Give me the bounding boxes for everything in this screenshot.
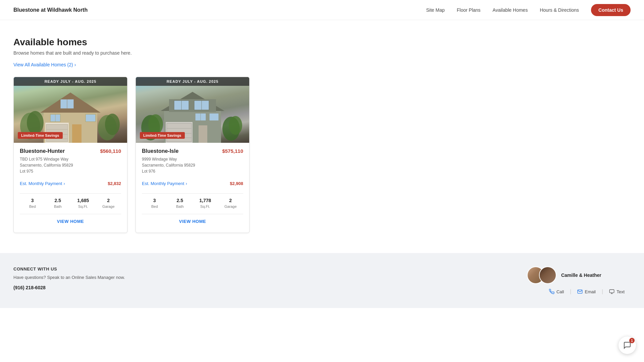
nav-links: Site Map Floor Plans Available Homes Hou…	[426, 4, 631, 16]
agent-avatars	[527, 266, 556, 284]
email-action[interactable]: Email	[577, 289, 602, 294]
svg-point-18	[148, 114, 163, 134]
home-address-hunter: TBD Lot 975 Windage Way Sacramento, Cali…	[20, 156, 121, 174]
ready-banner-isle: READY JULY - AUG. 2025	[136, 77, 249, 86]
contact-us-button[interactable]: Contact Us	[591, 4, 631, 16]
home-name-isle: Bluestone-Isle	[142, 148, 178, 154]
ready-banner-hunter: READY JULY - AUG. 2025	[14, 77, 127, 86]
home-price-isle: $575,110	[222, 148, 243, 154]
spec-bed-hunter: 3 Bed	[20, 198, 45, 209]
spec-bed-isle: 3 Bed	[142, 198, 167, 209]
page-subtitle: Browse homes that are built and ready to…	[13, 50, 309, 56]
brand-name: Bluestone at Wildhawk North	[13, 7, 88, 13]
nav-available-homes[interactable]: Available Homes	[493, 7, 528, 13]
main-content: Available homes Browse homes that are bu…	[0, 20, 322, 253]
home-address-isle: 9999 Windage Way Sacramento, California …	[142, 156, 243, 174]
svg-point-3	[105, 114, 120, 135]
footer-desc: Have questions? Speak to an Online Sales…	[13, 275, 125, 280]
savings-badge-hunter: Limited-Time Savings	[18, 132, 63, 139]
view-all-link[interactable]: View All Available Homes (2) ›	[13, 62, 76, 67]
agent-row: Camille & Heather	[527, 266, 601, 284]
spec-garage-isle: 2 Garage	[218, 198, 244, 209]
nav-floor-plans[interactable]: Floor Plans	[457, 7, 481, 13]
card-divider-isle	[142, 193, 243, 194]
text-icon	[609, 289, 614, 294]
card-payment-isle: Est. Monthly Payment › $2,908	[142, 178, 243, 189]
spec-sqft-isle: 1,778 Sq.Ft.	[193, 198, 218, 209]
separator-1: |	[570, 289, 571, 295]
view-home-button-hunter[interactable]: VIEW HOME	[20, 214, 121, 229]
separator-2: |	[602, 289, 603, 295]
savings-badge-isle: Limited-Time Savings	[140, 132, 185, 139]
svg-rect-29	[199, 125, 207, 143]
svg-rect-14	[86, 114, 96, 122]
chevron-right-icon: ›	[74, 62, 76, 67]
card-image-wrapper-isle: READY JULY - AUG. 2025 Limited-Time Savi…	[136, 77, 249, 143]
est-payment-link-isle[interactable]: Est. Monthly Payment ›	[142, 181, 187, 186]
home-card-hunter: READY JULY - AUG. 2025 Limited-Time Savi…	[13, 77, 127, 233]
nav-hours-directions[interactable]: Hours & Directions	[540, 7, 579, 13]
view-home-button-isle[interactable]: VIEW HOME	[142, 214, 243, 229]
spec-sqft-hunter: 1,685 Sq.Ft.	[70, 198, 96, 209]
svg-point-1	[27, 111, 44, 134]
contact-actions: Call | Email | Text	[549, 289, 631, 295]
text-action[interactable]: Text	[609, 289, 631, 294]
connect-title: CONNECT WITH US	[13, 266, 125, 272]
home-price-hunter: $560,110	[100, 148, 121, 154]
payment-amount-hunter: $2,832	[108, 181, 121, 186]
chevron-right-icon: ›	[63, 181, 65, 186]
footer-phone[interactable]: (916) 218-6028	[13, 285, 46, 290]
payment-amount-isle: $2,908	[230, 181, 243, 186]
card-divider-hunter	[20, 193, 121, 194]
svg-rect-37	[609, 290, 614, 293]
call-action[interactable]: Call	[549, 289, 570, 294]
card-image-wrapper-hunter: READY JULY - AUG. 2025 Limited-Time Savi…	[14, 77, 127, 143]
avatar-heather	[539, 266, 556, 284]
spec-bath-isle: 2.5 Bath	[167, 198, 193, 209]
agent-name: Camille & Heather	[561, 273, 601, 278]
svg-point-20	[229, 116, 242, 135]
home-card-isle: READY JULY - AUG. 2025 Limited-Time Savi…	[136, 77, 250, 233]
footer: CONNECT WITH US Have questions? Speak to…	[0, 253, 644, 308]
card-body-hunter: Bluestone-Hunter $560,110 TBD Lot 975 Wi…	[14, 143, 127, 233]
footer-right: Camille & Heather Call | Email |	[527, 266, 631, 295]
est-payment-link-hunter[interactable]: Est. Monthly Payment ›	[20, 181, 65, 186]
homes-grid: READY JULY - AUG. 2025 Limited-Time Savi…	[13, 77, 309, 233]
home-name-hunter: Bluestone-Hunter	[20, 148, 65, 154]
card-body-isle: Bluestone-Isle $575,110 9999 Windage Way…	[136, 143, 249, 233]
svg-rect-36	[209, 113, 219, 121]
card-header-isle: Bluestone-Isle $575,110	[142, 148, 243, 154]
page-title: Available homes	[13, 37, 309, 48]
spec-garage-hunter: 2 Garage	[96, 198, 121, 209]
card-payment-hunter: Est. Monthly Payment › $2,832	[20, 178, 121, 189]
email-icon	[577, 289, 583, 294]
navbar: Bluestone at Wildhawk North Site Map Flo…	[0, 0, 644, 20]
card-specs-isle: 3 Bed 2.5 Bath 1,778 Sq.Ft. 2 Garage	[142, 198, 243, 209]
phone-icon	[549, 289, 554, 294]
chevron-right-icon: ›	[185, 181, 187, 186]
nav-site-map[interactable]: Site Map	[426, 7, 445, 13]
spec-bath-hunter: 2.5 Bath	[45, 198, 71, 209]
card-header-hunter: Bluestone-Hunter $560,110	[20, 148, 121, 154]
card-specs-hunter: 3 Bed 2.5 Bath 1,685 Sq.Ft. 2 Garage	[20, 198, 121, 209]
svg-rect-11	[72, 124, 82, 143]
footer-left: CONNECT WITH US Have questions? Speak to…	[13, 266, 125, 291]
